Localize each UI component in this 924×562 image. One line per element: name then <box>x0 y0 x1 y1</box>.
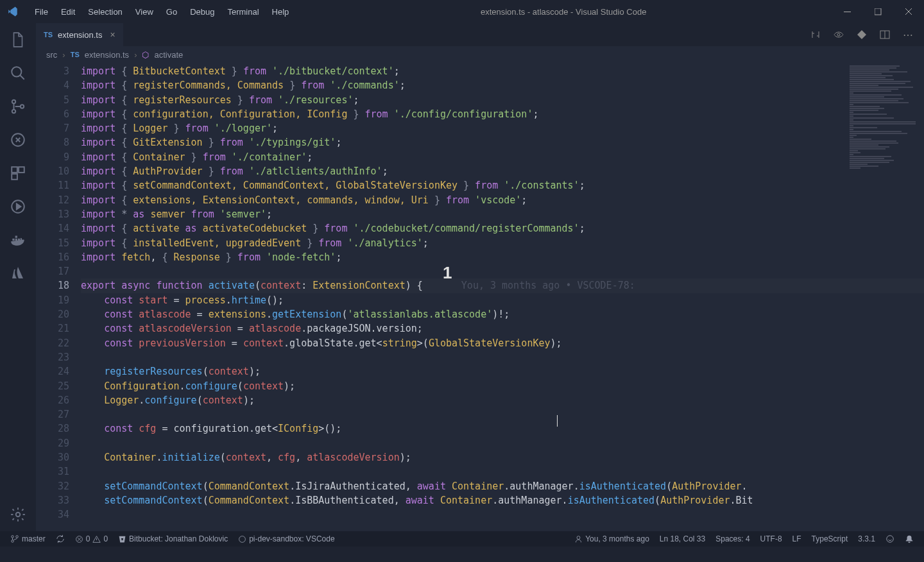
tab-label: extension.ts <box>58 30 102 40</box>
menu-help[interactable]: Help <box>266 3 296 21</box>
svg-point-19 <box>12 540 14 543</box>
feedback-icon[interactable] <box>880 534 900 543</box>
breadcrumb-symbol[interactable]: activate <box>154 50 183 60</box>
extensions-icon[interactable] <box>9 164 27 182</box>
source-control-icon[interactable] <box>9 98 27 115</box>
svg-point-22 <box>239 536 246 542</box>
debug-icon[interactable] <box>9 131 27 149</box>
svg-rect-11 <box>12 239 14 241</box>
run-icon[interactable] <box>9 198 27 216</box>
code-content[interactable]: import { BitbucketContext } from './bitb… <box>81 63 924 531</box>
activity-bar <box>0 23 36 531</box>
editor-group: TS extension.ts × ⋯ src › TS extension.t… <box>36 23 924 531</box>
minimap[interactable] <box>847 63 924 255</box>
svg-rect-9 <box>12 174 17 180</box>
eye-icon[interactable] <box>833 29 844 40</box>
cursor-position[interactable]: Ln 18, Col 33 <box>654 534 710 543</box>
svg-point-16 <box>837 33 840 36</box>
svg-rect-0 <box>844 12 851 12</box>
breadcrumb-file[interactable]: extension.ts <box>85 50 129 60</box>
text-cursor <box>557 415 558 427</box>
status-bar: master 0 0 Bitbucket: Jonathan Doklovic … <box>0 531 924 547</box>
workbench: TS extension.ts × ⋯ src › TS extension.t… <box>0 23 924 531</box>
svg-rect-8 <box>19 167 24 173</box>
minimize-button[interactable] <box>832 0 862 23</box>
sync-status[interactable] <box>51 534 70 543</box>
maximize-button[interactable] <box>862 0 893 23</box>
typescript-icon: TS <box>71 51 80 58</box>
sandbox-status[interactable]: pi-dev-sandbox: VSCode <box>233 534 339 543</box>
chevron-right-icon: › <box>62 50 65 60</box>
search-icon[interactable] <box>9 64 27 82</box>
svg-point-2 <box>12 67 21 76</box>
breadcrumb-folder[interactable]: src <box>46 50 57 60</box>
close-button[interactable] <box>893 0 924 23</box>
tab-extension-ts[interactable]: TS extension.ts × <box>36 23 123 46</box>
menu-edit[interactable]: Edit <box>55 3 81 21</box>
menu-terminal[interactable]: Terminal <box>221 3 265 21</box>
svg-point-24 <box>887 536 894 543</box>
compare-icon[interactable] <box>810 29 821 40</box>
version-status[interactable]: 3.3.1 <box>853 534 880 543</box>
svg-point-5 <box>21 105 24 108</box>
breadcrumb[interactable]: src › TS extension.ts › ⬡ activate <box>36 46 924 63</box>
svg-point-4 <box>12 110 15 113</box>
bitbucket-status[interactable]: Bitbucket: Jonathan Doklovic <box>113 534 233 543</box>
svg-point-23 <box>577 536 580 539</box>
settings-gear-icon[interactable] <box>9 506 27 524</box>
indentation-status[interactable]: Spaces: 4 <box>710 534 755 543</box>
titlebar: FileEditSelectionViewGoDebugTerminalHelp… <box>0 0 924 23</box>
svg-point-18 <box>12 536 14 538</box>
svg-rect-7 <box>12 167 17 173</box>
line-numbers: 3456789101112131415161718192021222324252… <box>36 63 81 531</box>
code-editor[interactable]: 3456789101112131415161718192021222324252… <box>36 63 924 531</box>
encoding-status[interactable]: UTF-8 <box>755 534 787 543</box>
svg-rect-12 <box>15 239 17 241</box>
split-icon[interactable] <box>879 29 891 40</box>
window-controls <box>832 0 924 23</box>
svg-point-3 <box>12 100 15 103</box>
blank-region <box>0 547 924 562</box>
atlassian-icon[interactable] <box>9 264 27 282</box>
method-icon: ⬡ <box>142 50 149 60</box>
menu-view[interactable]: View <box>129 3 160 21</box>
problems-status[interactable]: 0 0 <box>70 534 113 543</box>
menu-debug[interactable]: Debug <box>184 3 221 21</box>
chevron-right-icon: › <box>134 50 137 60</box>
language-status[interactable]: TypeScript <box>807 534 853 543</box>
bell-icon[interactable] <box>900 534 919 543</box>
menu-go[interactable]: Go <box>160 3 184 21</box>
menubar: FileEditSelectionViewGoDebugTerminalHelp <box>26 3 295 21</box>
window-title: extension.ts - atlascode - Visual Studio… <box>295 7 832 17</box>
diff-icon[interactable] <box>856 29 868 40</box>
more-icon[interactable]: ⋯ <box>902 29 914 40</box>
vscode-logo-icon <box>0 6 26 17</box>
svg-rect-14 <box>15 236 17 238</box>
typescript-icon: TS <box>44 31 53 38</box>
overlay-annotation: 1 <box>443 263 452 283</box>
branch-status[interactable]: master <box>5 534 51 543</box>
close-icon[interactable]: × <box>110 30 115 40</box>
menu-selection[interactable]: Selection <box>81 3 128 21</box>
svg-point-20 <box>16 536 19 538</box>
editor-actions: ⋯ <box>810 29 924 40</box>
svg-rect-1 <box>875 8 881 15</box>
eol-status[interactable]: LF <box>787 534 807 543</box>
explorer-icon[interactable] <box>9 31 27 49</box>
tabs: TS extension.ts × ⋯ <box>36 23 924 46</box>
docker-icon[interactable] <box>9 231 27 249</box>
svg-point-15 <box>16 513 21 517</box>
blame-status[interactable]: You, 3 months ago <box>569 534 654 543</box>
menu-file[interactable]: File <box>28 3 55 21</box>
